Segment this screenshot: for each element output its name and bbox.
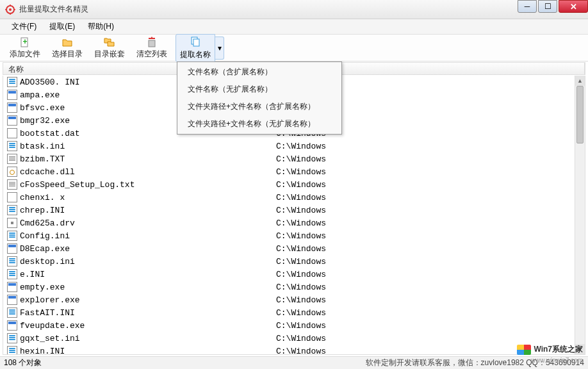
menu-extract[interactable]: 提取(E) [43,19,81,34]
file-name: cdcache.dll [20,167,276,177]
scroll-thumb[interactable] [576,86,584,144]
table-row[interactable]: hexin.INIC:\Windows [3,345,585,355]
svg-marker-10 [151,37,153,38]
dd-item-path-filename-ext[interactable]: 文件夹路径+文件名称（含扩展名称） [179,98,340,115]
statusbar: 108 个对象 软件定制开发请联系客服，微信：zuvlove1982 QQ：54… [0,356,588,369]
menu-file[interactable]: 文件(F) [5,19,43,34]
ini-file-icon [7,333,17,343]
maximize-button[interactable]: ☐ [538,0,557,13]
folder-icon [61,37,73,48]
window-controls: ─ ☐ ✕ [516,0,588,13]
watermark-url: www.winwin7.com [531,357,583,364]
table-row[interactable]: Config.iniC:\Windows [3,229,585,242]
file-path: C:\Windows [276,218,326,228]
file-path: C:\Windows [276,180,326,190]
table-row[interactable]: cdcache.dllC:\Windows [3,165,585,178]
file-name: Cmd625a.drv [20,218,276,228]
table-row[interactable]: FastAIT.INIC:\Windows [3,306,585,319]
select-dir-label: 选择目录 [52,49,83,60]
scroll-track[interactable] [575,86,585,344]
txt-file-icon [7,179,17,190]
file-name: desktop.ini [20,257,276,266]
menu-help[interactable]: 帮助(H) [81,19,120,34]
file-path: C:\Windows [276,308,326,318]
file-path: C:\Windows [276,206,326,215]
ini-file-icon [7,269,17,279]
x-file-icon [7,192,17,202]
file-name: Config.ini [20,231,276,241]
table-row[interactable]: empty.exeC:\Windows [3,281,585,293]
ini-file-icon [7,77,17,87]
svg-rect-8 [149,40,155,47]
window-title: 批量提取文件名精灵 [19,4,88,15]
file-name: e.INI [20,270,276,279]
select-dir-button[interactable]: 选择目录 [46,35,88,62]
table-row[interactable]: desktop.iniC:\Windows [3,255,585,268]
clear-icon [146,37,158,48]
file-path: C:\Windows [276,257,326,266]
txt-file-icon [7,154,17,164]
file-name: chrep.INI [20,206,276,215]
clear-list-label: 清空列表 [136,49,167,60]
file-name: empty.exe [20,283,276,292]
vertical-scrollbar[interactable]: ▲ ▼ [575,76,585,354]
table-row[interactable]: bzibm.TXTC:\Windows [3,152,585,165]
drv-file-icon [7,218,17,228]
extract-dropdown-arrow[interactable]: ▾ [215,37,224,60]
ini-file-icon [7,231,17,241]
file-path: C:\Windows [276,244,326,254]
nest-folder-icon [104,37,115,48]
table-row[interactable]: explorer.exeC:\Windows [3,293,585,306]
exe-file-icon [7,295,17,305]
table-row[interactable]: e.INIC:\Windows [3,268,585,281]
close-button[interactable]: ✕ [559,0,588,13]
exe-file-icon [7,115,17,126]
file-name: hexin.INI [20,347,276,356]
exe-file-icon [7,90,17,100]
table-row[interactable]: cFosSpeed_Setup_Log.txtC:\Windows [3,178,585,191]
app-icon [5,4,15,15]
file-name: explorer.exe [20,295,276,305]
file-path: C:\Windows [276,321,326,331]
extract-name-button[interactable]: 提取名称 ▾ [176,34,224,62]
add-file-icon: + [19,37,31,48]
file-name: chenxi. x [20,193,276,202]
copy-icon [190,36,201,49]
svg-text:+: + [22,37,27,46]
table-row[interactable]: Cmd625a.drvC:\Windows [3,217,585,229]
table-row[interactable]: fveupdate.exeC:\Windows [3,319,585,332]
add-file-button[interactable]: + 添加文件 [4,35,46,62]
ini-file-icon [7,256,17,266]
extract-dropdown-menu: 文件名称（含扩展名称） 文件名称（无扩展名称） 文件夹路径+文件名称（含扩展名称… [177,62,342,135]
dd-item-filename-ext[interactable]: 文件名称（含扩展名称） [179,63,340,81]
dd-item-path-filename-noext[interactable]: 文件夹路径+文件名称（无扩展名称） [179,115,340,133]
file-path: C:\Windows [276,154,326,164]
scroll-up-arrow[interactable]: ▲ [575,76,585,86]
clear-list-button[interactable]: 清空列表 [131,35,173,62]
menubar: 文件(F) 提取(E) 帮助(H) [0,19,588,35]
file-path: C:\Windows [276,231,326,241]
svg-rect-12 [193,39,199,46]
table-row[interactable]: D8Ecap.exeC:\Windows [3,242,585,255]
exe-file-icon [7,320,17,331]
table-row[interactable]: chenxi. xC:\Windows [3,191,585,204]
table-row[interactable]: btask.iniC:\Windows [3,140,585,152]
table-row[interactable]: gqxt_set.iniC:\Windows [3,332,585,345]
file-path: C:\Windows [276,295,326,305]
titlebar: 批量提取文件名精灵 ─ ☐ ✕ [0,0,588,19]
dat-file-icon [7,128,17,138]
ini-file-icon [7,308,17,318]
status-count: 108 个对象 [4,357,42,368]
file-path: C:\Windows [276,193,326,202]
file-path: C:\Windows [276,347,326,356]
dd-item-filename-noext[interactable]: 文件名称（无扩展名称） [179,81,340,98]
file-path: C:\Windows [276,142,326,151]
nest-dir-button[interactable]: 目录嵌套 [88,35,131,62]
minimize-button[interactable]: ─ [518,0,537,13]
file-path: C:\Windows [276,283,326,292]
file-name: cFosSpeed_Setup_Log.txt [20,180,276,190]
exe-file-icon [7,282,17,292]
extract-name-label: 提取名称 [180,49,211,60]
file-name: gqxt_set.ini [20,334,276,343]
table-row[interactable]: chrep.INIC:\Windows [3,204,585,217]
